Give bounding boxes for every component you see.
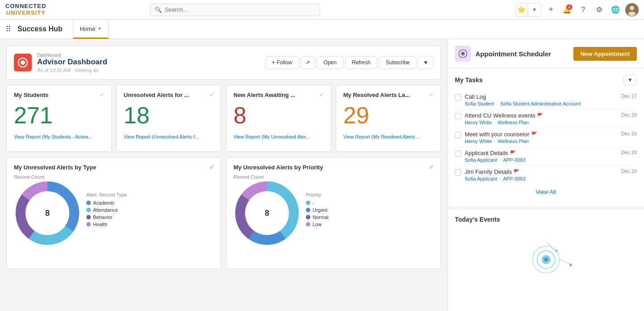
task-meta: Sofia Applicant · APP-0063 (465, 157, 618, 163)
task-link-1[interactable]: Henry White (465, 139, 492, 144)
follow-button[interactable]: + Follow (265, 56, 299, 69)
stat-card-title: New Alerts Awaiting ... (233, 92, 295, 98)
stat-link[interactable]: View Report (My Unresolved Aler... (233, 134, 309, 139)
legend-label: Normal (313, 214, 328, 220)
task-name: Attend CU Wellness events (465, 112, 535, 119)
task-checkbox[interactable] (455, 113, 461, 119)
chart-card-0: My Unresolved Alerts by Type ⤢ Record Co… (6, 157, 221, 269)
events-illustration (455, 228, 637, 282)
dashboard-title: Advisor Dashboard (37, 58, 260, 67)
new-appointment-button[interactable]: New Appointment (573, 47, 637, 61)
legend-dot (86, 222, 91, 227)
help-icon[interactable]: ? (577, 4, 589, 16)
home-tab[interactable]: Home ▼ (73, 19, 109, 39)
stat-row: My Students ⤢ 271 View Report (My Studen… (6, 85, 441, 152)
search-input[interactable] (165, 6, 315, 13)
search-bar[interactable]: 🔍 (150, 4, 320, 16)
flag-icon: 🚩 (531, 131, 538, 137)
task-link-2[interactable]: Sofia Student Administrative Account (500, 101, 580, 106)
stat-link[interactable]: View Report (My Resolved Alerts ... (343, 134, 421, 139)
donut-legend: Academic Attendance Behavior Health (86, 200, 127, 227)
expand-icon[interactable]: ⤢ (209, 92, 214, 98)
legend-dot (306, 201, 310, 205)
expand-icon[interactable]: ⤢ (100, 92, 104, 98)
expand-icon[interactable]: ⤢ (319, 92, 324, 98)
task-separator: · (496, 101, 499, 106)
chart-title-text: My Unresolved Alerts by Priority (233, 164, 323, 171)
task-separator: · (500, 157, 502, 163)
chart-title: My Unresolved Alerts by Priority ⤢ (233, 164, 433, 171)
home-tab-label: Home (80, 25, 95, 32)
chart-expand-icon[interactable]: ⤢ (209, 164, 214, 171)
task-date: Dec 20 (621, 168, 637, 174)
subscribe-button[interactable]: Subscribe (379, 56, 416, 69)
search-icon: 🔍 (155, 6, 162, 13)
view-all-button[interactable]: View All (455, 184, 637, 200)
notification-badge: 4 (566, 4, 572, 10)
task-link-2[interactable]: Wellness Plan (498, 120, 529, 125)
chart-row: My Unresolved Alerts by Type ⤢ Record Co… (6, 157, 441, 269)
chart-record-label: Record Count (233, 174, 301, 180)
chart-right: Priority - Urgent Normal Low (306, 192, 328, 229)
task-checkbox[interactable] (455, 132, 461, 138)
flag-icon: 🚩 (510, 150, 516, 156)
left-panel: Dashboard Advisor Dashboard As of 10:32 … (0, 39, 447, 311)
task-checkbox[interactable] (455, 151, 461, 157)
stat-card-1: Unresolved Alerts for ... ⤢ 18 View Repo… (116, 85, 222, 152)
notifications-icon[interactable]: 🔔 4 (561, 4, 573, 16)
legend-label: - (313, 200, 314, 206)
legend-label: Academic (93, 200, 114, 206)
grid-icon[interactable]: ⠿ (5, 24, 11, 34)
task-content: Call Log Sofia Student · Sofia Student A… (465, 93, 618, 106)
legend-dot (306, 222, 310, 227)
chart-left: Record Count 8 (14, 174, 81, 247)
stat-card-title: My Resolved Alerts La... (343, 92, 410, 98)
task-meta: Henry White · Wellness Plan (465, 120, 618, 125)
stat-card-3: My Resolved Alerts La... ⤢ 29 View Repor… (336, 85, 441, 152)
dashboard-actions: + Follow ↗ Open Refresh Subscribe ▼ (265, 56, 433, 69)
task-name: Meet with your counselor (465, 131, 530, 138)
settings-icon[interactable]: ⚙ (593, 4, 606, 16)
more-button[interactable]: ▼ (418, 56, 433, 69)
open-button[interactable]: Open (317, 56, 343, 69)
legend-dot (86, 201, 91, 205)
task-title-row: Jim Family Details 🚩 (465, 168, 618, 175)
share-button[interactable]: ↗ (301, 56, 315, 69)
legend-dot (306, 215, 310, 219)
task-link-2[interactable]: APP-0063 (503, 176, 525, 181)
tasks-filter-dropdown[interactable]: ▼ (623, 75, 637, 85)
task-checkbox[interactable] (455, 94, 461, 101)
legend-item: Low (306, 222, 328, 227)
avatar[interactable] (625, 3, 639, 17)
task-link-1[interactable]: Sofia Applicant (465, 176, 497, 181)
add-icon[interactable]: + (545, 4, 557, 16)
stat-card-title: My Students (14, 92, 48, 98)
task-checkbox[interactable] (455, 169, 461, 176)
donut-legend: - Urgent Normal Low (306, 200, 328, 227)
stat-card-header: New Alerts Awaiting ... ⤢ (233, 92, 324, 98)
stat-link[interactable]: View Report (My Students - Active... (14, 134, 93, 139)
favorites-icon[interactable]: ⭐ (516, 4, 528, 16)
task-link-1[interactable]: Henry White (465, 120, 492, 125)
task-content: Jim Family Details 🚩 Sofia Applicant · A… (465, 168, 618, 181)
task-link-2[interactable]: APP-0063 (503, 157, 525, 163)
legend-item: Attendance (86, 207, 127, 213)
nav-icons: ⭐ ▼ + 🔔 4 ? ⚙ 🌐 (515, 3, 639, 17)
stat-link[interactable]: View Report (Unresolved Alerts f... (124, 134, 199, 139)
legend-item: Normal (306, 214, 328, 220)
task-link-2[interactable]: Wellness Plan (498, 139, 529, 144)
dashboard-title-area: Dashboard Advisor Dashboard As of 10:32 … (37, 52, 260, 73)
chart-expand-icon[interactable]: ⤢ (429, 164, 433, 171)
task-link-1[interactable]: Sofia Student (465, 101, 494, 106)
task-link-1[interactable]: Sofia Applicant (465, 157, 497, 163)
favorites-dropdown[interactable]: ▼ (528, 4, 541, 16)
expand-icon[interactable]: ⤢ (429, 92, 433, 98)
globe-icon[interactable]: 🌐 (609, 4, 622, 16)
tasks-header: My Tasks ▼ (455, 75, 637, 85)
stat-number: 29 (343, 102, 434, 129)
chart-title: My Unresolved Alerts by Type ⤢ (14, 164, 214, 171)
home-tab-chevron: ▼ (97, 26, 102, 31)
task-title-row: Applicant Details 🚩 (465, 150, 618, 156)
refresh-button[interactable]: Refresh (345, 56, 377, 69)
events-section: Today's Events (448, 210, 644, 311)
